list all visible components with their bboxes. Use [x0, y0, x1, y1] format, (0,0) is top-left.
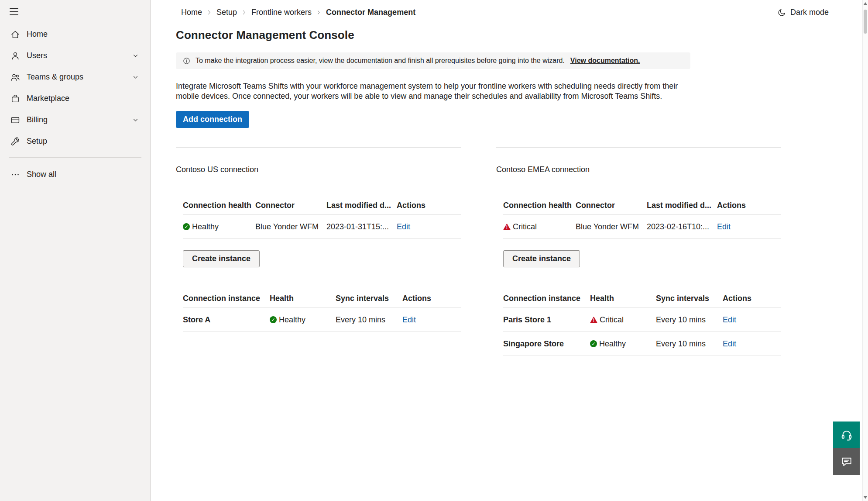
health-label: Critical — [600, 315, 624, 325]
bag-icon — [10, 93, 21, 104]
column-header: Connection instance — [183, 294, 270, 308]
info-banner: To make the integration process easier, … — [176, 52, 690, 69]
actions-cell: Edit — [723, 308, 781, 332]
create-instance-button[interactable]: Create instance — [503, 250, 580, 267]
edit-link[interactable]: Edit — [402, 315, 416, 325]
column-header: Health — [590, 294, 656, 308]
intro-text: Integrate Microsoft Teams Shifts with yo… — [176, 81, 687, 101]
column-header: Connector — [255, 200, 326, 215]
scrollbar-thumb[interactable] — [864, 10, 867, 34]
hamburger-menu-icon[interactable] — [10, 5, 23, 18]
chevron-down-icon — [131, 116, 140, 124]
sidebar-item-label: Setup — [27, 137, 140, 146]
info-icon — [182, 57, 191, 65]
help-button[interactable] — [833, 422, 860, 448]
sync-interval-cell: Every 10 mins — [656, 308, 723, 332]
sidebar-divider — [9, 157, 141, 158]
connection-title: Contoso US connection — [176, 165, 461, 174]
topbar: Home Setup Frontline workers Connector M… — [176, 0, 862, 17]
health-label: Critical — [513, 222, 537, 231]
sidebar-item-label: Teams & groups — [27, 73, 125, 82]
health-label: Healthy — [192, 222, 219, 231]
instance-name-cell: Store A — [183, 308, 270, 332]
table-row: Healthy — [183, 215, 255, 239]
dark-mode-toggle[interactable]: Dark mode — [777, 8, 829, 17]
user-icon — [10, 51, 21, 61]
sidebar-item-show-all[interactable]: Show all — [0, 164, 150, 185]
sync-interval-cell: Every 10 mins — [336, 308, 402, 332]
add-connection-button[interactable]: Add connection — [176, 111, 249, 128]
column-header: Sync intervals — [336, 294, 402, 308]
health-cell: Healthy — [590, 332, 656, 356]
edit-link[interactable]: Edit — [723, 315, 736, 325]
create-instance-button[interactable]: Create instance — [183, 250, 260, 267]
health-cell: Critical — [590, 308, 656, 332]
chat-icon — [840, 455, 853, 468]
sidebar-item-marketplace[interactable]: Marketplace — [0, 88, 150, 109]
column-header: Sync intervals — [656, 294, 723, 308]
scroll-up-arrow-icon[interactable] — [864, 2, 867, 5]
last-modified-cell: 2023-01-31T15:... — [326, 215, 397, 239]
healthy-icon — [270, 316, 277, 323]
table-row: Critical — [503, 215, 576, 239]
connector-cell: Blue Yonder WFM — [576, 215, 647, 239]
ellipsis-icon — [10, 169, 21, 180]
card-icon — [10, 115, 21, 125]
instance-name-cell: Singapore Store — [503, 332, 590, 356]
column-header: Connection health — [183, 200, 255, 215]
sidebar-item-label: Show all — [27, 170, 140, 179]
actions-cell: Edit — [402, 308, 461, 332]
scroll-down-arrow-icon[interactable] — [864, 496, 867, 499]
sidebar-item-teams-groups[interactable]: Teams & groups — [0, 66, 150, 88]
critical-icon — [590, 317, 597, 323]
instance-name-cell: Paris Store 1 — [503, 308, 590, 332]
sidebar-item-label: Marketplace — [27, 94, 140, 103]
actions-cell: Edit — [397, 215, 461, 239]
sidebar-item-label: Home — [27, 30, 140, 39]
chevron-right-icon — [316, 9, 322, 16]
connection-instance-table: Connection instance Health Sync interval… — [183, 294, 461, 332]
connection-health-table: Connection health Connector Last modifie… — [183, 200, 461, 239]
healthy-icon — [183, 223, 190, 230]
feedback-button[interactable] — [833, 448, 860, 475]
main-content: Home Setup Frontline workers Connector M… — [151, 0, 862, 501]
sidebar-item-setup[interactable]: Setup — [0, 131, 150, 152]
view-documentation-link[interactable]: View documentation. — [570, 57, 640, 65]
column-header: Connection instance — [503, 294, 590, 308]
connection-columns: Contoso US connection Connection health … — [176, 147, 862, 356]
column-header: Actions — [723, 294, 781, 308]
edit-link[interactable]: Edit — [723, 339, 736, 349]
column-header: Connection health — [503, 200, 576, 215]
edit-link[interactable]: Edit — [397, 222, 410, 231]
column-header: Health — [270, 294, 336, 308]
sync-interval-cell: Every 10 mins — [656, 332, 723, 356]
chevron-right-icon — [241, 9, 247, 16]
healthy-icon — [590, 340, 597, 347]
sidebar-item-billing[interactable]: Billing — [0, 109, 150, 131]
edit-link[interactable]: Edit — [717, 222, 731, 231]
health-label: Healthy — [599, 339, 626, 349]
sidebar: Home Users Teams & groups Marketplace Bi… — [0, 0, 151, 501]
sidebar-item-users[interactable]: Users — [0, 45, 150, 66]
page-title: Connector Management Console — [176, 28, 862, 42]
dark-mode-label: Dark mode — [790, 8, 829, 17]
breadcrumb-home[interactable]: Home — [181, 8, 202, 17]
chevron-down-icon — [131, 52, 140, 60]
column-header: Actions — [397, 200, 461, 215]
sidebar-item-home[interactable]: Home — [0, 24, 150, 45]
moon-icon — [777, 8, 786, 17]
connection-instance-table: Connection instance Health Sync interval… — [503, 294, 781, 356]
people-icon — [10, 72, 21, 83]
column-header: Actions — [402, 294, 461, 308]
breadcrumb: Home Setup Frontline workers Connector M… — [181, 8, 415, 17]
connection-section-emea: Contoso EMEA connection Connection healt… — [496, 147, 781, 356]
sidebar-header — [0, 0, 150, 24]
chevron-down-icon — [131, 73, 140, 81]
breadcrumb-frontline-workers[interactable]: Frontline workers — [251, 8, 312, 17]
headset-icon — [840, 428, 853, 442]
last-modified-cell: 2023-02-16T10:... — [647, 215, 717, 239]
vertical-scrollbar — [862, 0, 868, 501]
breadcrumb-setup[interactable]: Setup — [216, 8, 237, 17]
column-header: Connector — [576, 200, 647, 215]
chevron-right-icon — [206, 9, 213, 16]
